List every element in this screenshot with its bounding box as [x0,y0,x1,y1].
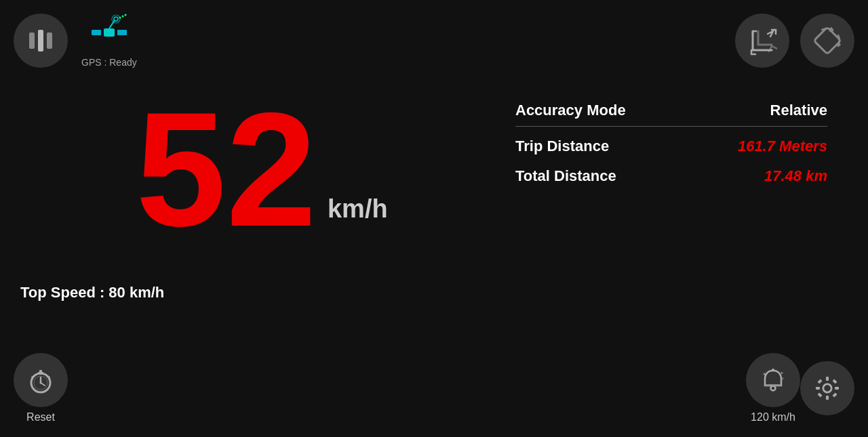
top-speed-display: Top Speed : 80 km/h [20,284,164,301]
alarm-button[interactable]: ✦ ✦ ✦ [746,353,800,407]
svg-rect-33 [835,387,839,390]
svg-rect-37 [832,392,837,397]
gear-icon [812,373,842,403]
svg-text:✦: ✦ [780,371,784,375]
total-distance-label: Total Distance [515,167,616,185]
gps-status-label: GPS : Ready [81,57,137,68]
svg-point-24 [771,386,776,391]
svg-rect-2 [47,33,52,49]
svg-rect-32 [816,387,820,390]
speed-display: 52 km/h [136,88,388,251]
svg-text:✦: ✦ [762,371,767,377]
carousel-icon [26,26,56,56]
svg-point-22 [40,382,42,384]
svg-point-9 [119,17,121,19]
accuracy-mode-value: Relative [770,102,827,119]
svg-point-11 [124,14,126,16]
trip-distance-label: Trip Distance [515,138,609,155]
reset-label: Reset [26,411,55,423]
svg-rect-30 [826,377,829,381]
top-right-group [735,14,854,68]
stats-header: Accuracy Mode Relative [515,102,827,127]
rotate-button[interactable] [800,14,854,68]
gps-status-container: GPS : Ready [81,14,137,68]
rotate-icon [812,26,842,56]
svg-rect-3 [104,28,115,37]
svg-rect-14 [814,27,841,54]
top-left-group: GPS : Ready [14,14,137,68]
svg-point-8 [112,15,120,23]
svg-rect-0 [29,33,35,49]
svg-point-7 [114,17,118,21]
menu-button[interactable] [14,14,68,68]
stats-panel: Accuracy Mode Relative Trip Distance 161… [515,102,827,197]
svg-rect-31 [826,396,829,400]
svg-rect-1 [38,30,43,51]
svg-point-25 [772,369,774,371]
crop-icon [747,26,777,56]
crop-button[interactable] [735,14,789,68]
svg-rect-17 [39,370,42,373]
svg-rect-35 [832,379,837,383]
svg-rect-4 [92,30,101,35]
speed-value: 52 [136,88,317,251]
reset-button[interactable] [14,353,68,407]
bottom-bar: Reset ✦ ✦ ✦ 120 km/h [14,353,854,423]
alarm-speed-label: 120 km/h [751,411,795,423]
svg-rect-5 [117,30,127,35]
trip-distance-row: Trip Distance 161.7 Meters [515,138,827,155]
accuracy-mode-label: Accuracy Mode [515,102,626,119]
alarm-container: ✦ ✦ ✦ 120 km/h [746,353,800,423]
bell-icon: ✦ ✦ ✦ [758,365,788,395]
svg-point-10 [121,16,123,18]
top-bar: GPS : Ready [14,14,854,68]
svg-rect-34 [817,379,822,383]
trip-distance-value: 161.7 Meters [738,138,827,155]
speed-unit: km/h [328,194,388,224]
svg-text:✦: ✦ [781,377,785,381]
settings-button[interactable] [800,361,854,415]
reset-container: Reset [14,353,68,423]
top-speed-label: Top Speed : 80 km/h [20,284,164,301]
svg-rect-36 [817,392,822,397]
stopwatch-icon [26,365,56,395]
total-distance-row: Total Distance 17.48 km [515,167,827,185]
satellite-icon [89,14,130,54]
svg-line-6 [109,20,115,28]
total-distance-value: 17.48 km [764,167,827,185]
